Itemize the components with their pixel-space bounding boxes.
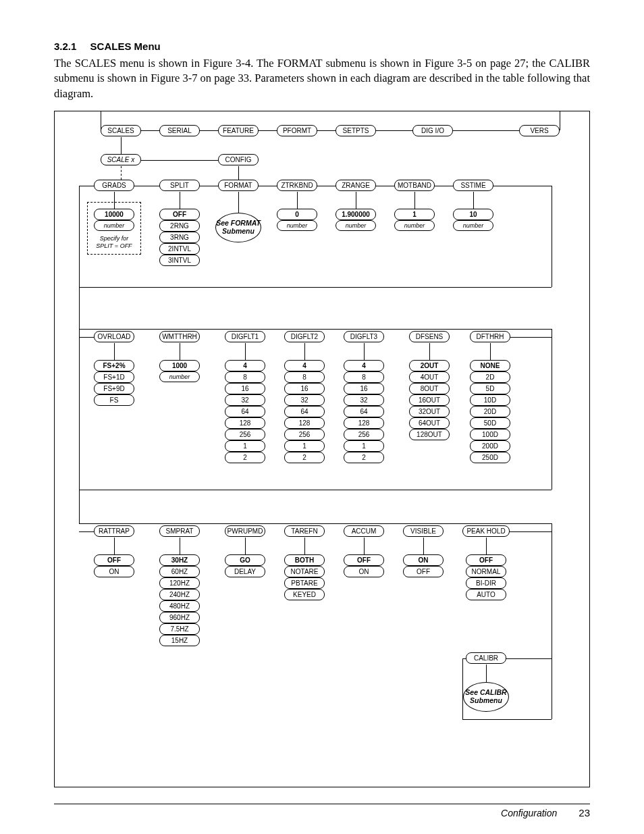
val-pk-1: BI-DIR	[466, 577, 506, 589]
val-df1-0: 8	[225, 371, 265, 383]
val-dfs-b: 2OUT	[409, 360, 450, 371]
val-df1-2: 32	[225, 394, 265, 406]
val-df1-5: 256	[225, 429, 265, 440]
val-smp-5: 7.5HZ	[159, 623, 200, 635]
val-ovr-bold: FS+2%	[94, 360, 134, 371]
node-ztrkbnd: ZTRKBND	[277, 180, 317, 191]
node-digflt2: DIGFLT2	[284, 331, 325, 342]
val-df3-0: 8	[344, 371, 384, 383]
val-smp-b: 30HZ	[159, 554, 200, 566]
val-df3-5: 256	[344, 429, 384, 440]
menu-scales: SCALES	[101, 125, 141, 136]
val-ovr-0: FS+1D	[94, 371, 134, 383]
val-df3-2: 32	[344, 394, 384, 406]
val-dft-4: 50D	[470, 417, 510, 429]
val-smp-3: 480HZ	[159, 600, 200, 612]
menu-vers: VERS	[519, 125, 560, 136]
node-format: FORMAT	[218, 180, 259, 191]
val-smp-6: 15HZ	[159, 635, 200, 646]
node-ovrload: OVRLOAD	[94, 331, 134, 342]
val-dfs-4: 64OUT	[409, 417, 450, 429]
scales-menu-diagram: SCALES SERIAL FEATURE PFORMT SETPTS DIG …	[54, 111, 590, 787]
val-zrng-bold: 1.900000	[336, 209, 376, 220]
val-df1-6: 1	[225, 440, 265, 452]
footer-section: Configuration	[501, 808, 557, 818]
val-dfs-1: 8OUT	[409, 383, 450, 394]
val-tar-b: BOTH	[284, 554, 325, 566]
val-tar-0: NOTARE	[284, 566, 325, 577]
val-split-1: 3RNG	[159, 232, 200, 243]
val-acc-0: ON	[344, 566, 384, 577]
val-rat-b: OFF	[94, 554, 134, 566]
node-digflt1: DIGFLT1	[225, 331, 265, 342]
val-grads-ital: number	[94, 220, 134, 231]
val-smp-4: 960HZ	[159, 612, 200, 623]
val-dfs-3: 32OUT	[409, 406, 450, 417]
menu-setpts: SETPTS	[336, 125, 376, 136]
node-calibr: CALIBR	[466, 652, 506, 664]
val-df2-6: 1	[284, 440, 325, 452]
val-dft-0: 2D	[470, 371, 510, 383]
val-df2-b: 4	[284, 360, 325, 371]
val-dft-b: NONE	[470, 360, 510, 371]
node-peakhold: PEAK HOLD	[462, 525, 510, 537]
val-df2-7: 2	[284, 452, 325, 463]
val-ztrk-ital: number	[277, 220, 317, 231]
val-dft-2: 10D	[470, 394, 510, 406]
val-smp-1: 120HZ	[159, 577, 200, 589]
val-mot-ital: number	[394, 220, 435, 231]
val-wmt-ital: number	[159, 371, 200, 382]
val-df2-4: 128	[284, 417, 325, 429]
val-dft-6: 200D	[470, 440, 510, 452]
node-sstime: SSTIME	[453, 180, 493, 191]
val-dft-3: 20D	[470, 406, 510, 417]
val-df1-3: 64	[225, 406, 265, 417]
node-rattrap: RATTRAP	[94, 525, 134, 537]
section-heading: 3.2.1 SCALES Menu	[54, 41, 590, 52]
node-pwrupmd: PWRUPMD	[225, 525, 265, 537]
page-footer: Configuration 23	[54, 804, 590, 818]
val-smp-0: 60HZ	[159, 566, 200, 577]
val-sst-ital: number	[453, 220, 493, 231]
menu-serial: SERIAL	[159, 125, 200, 136]
val-df3-6: 1	[344, 440, 384, 452]
val-ovr-1: FS+9D	[94, 383, 134, 394]
node-dfthrh: DFTHRH	[470, 331, 510, 342]
heading-number: 3.2.1	[54, 41, 76, 52]
val-acc-b: OFF	[344, 554, 384, 566]
val-smp-2: 240HZ	[159, 589, 200, 600]
node-dfsens: DFSENS	[409, 331, 450, 342]
val-pk-2: AUTO	[466, 589, 506, 600]
val-pwr-b: GO	[225, 554, 265, 566]
node-accum: ACCUM	[344, 525, 384, 537]
val-df3-4: 128	[344, 417, 384, 429]
menu-pformt: PFORMT	[277, 125, 317, 136]
node-split: SPLIT	[159, 180, 200, 191]
val-df3-b: 4	[344, 360, 384, 371]
node-config: CONFIG	[218, 154, 259, 165]
val-dfs-5: 128OUT	[409, 429, 450, 440]
val-pk-b: OFF	[466, 554, 506, 566]
val-dft-5: 100D	[470, 429, 510, 440]
val-df2-1: 16	[284, 383, 325, 394]
intro-paragraph: The SCALES menu is shown in Figure 3-4. …	[54, 56, 590, 101]
val-ztrk-bold: 0	[277, 209, 317, 220]
val-split-0: 2RNG	[159, 220, 200, 232]
val-dfs-0: 4OUT	[409, 371, 450, 383]
val-dfs-2: 16OUT	[409, 394, 450, 406]
val-df2-3: 64	[284, 406, 325, 417]
val-df1-7: 2	[225, 452, 265, 463]
node-visible: VISIBLE	[403, 525, 444, 537]
val-df1-1: 16	[225, 383, 265, 394]
val-vis-0: OFF	[403, 566, 444, 577]
val-df3-1: 16	[344, 383, 384, 394]
node-digflt3: DIGFLT3	[344, 331, 384, 342]
heading-title: SCALES Menu	[90, 41, 161, 52]
node-grads: GRADS	[94, 180, 134, 191]
val-df2-2: 32	[284, 394, 325, 406]
val-sst-bold: 10	[453, 209, 493, 220]
val-df3-3: 64	[344, 406, 384, 417]
val-rat-0: ON	[94, 566, 134, 577]
val-df1-4: 128	[225, 417, 265, 429]
node-motband: MOTBAND	[394, 180, 435, 191]
